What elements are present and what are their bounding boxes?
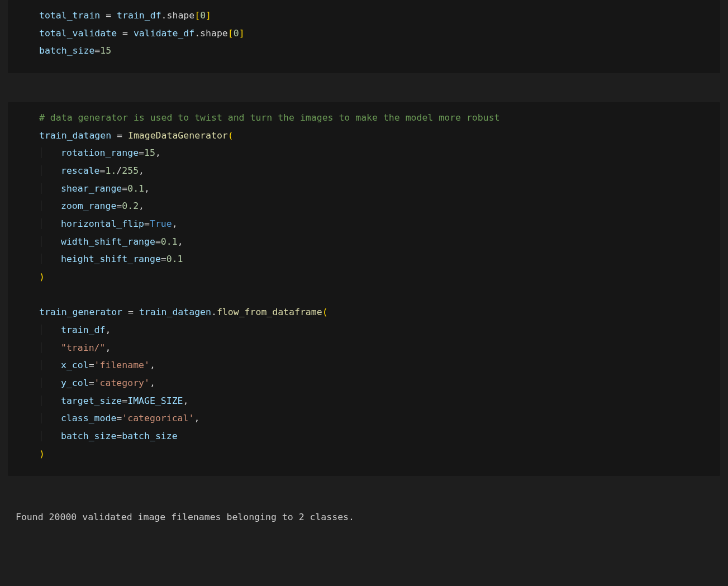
attr-shape: shape: [167, 10, 195, 21]
call-flow-from-dataframe: flow_from_dataframe: [217, 307, 322, 317]
var-validate-df: validate_df: [134, 28, 194, 39]
var-train-generator: train_generator: [39, 307, 122, 317]
comment-line: # data generator is used to twist and tu…: [39, 112, 500, 123]
var-total-validate: total_validate: [39, 28, 117, 39]
var-train-df: train_df: [117, 10, 161, 21]
var-batch-size: batch_size: [39, 45, 94, 56]
code-cell-2[interactable]: # data generator is used to twist and tu…: [8, 102, 720, 476]
code-cell-1[interactable]: total_train = train_df.shape[0] total_va…: [8, 0, 720, 73]
notebook-view: total_train = train_df.shape[0] total_va…: [0, 0, 728, 530]
var-train-datagen: train_datagen: [39, 130, 111, 141]
call-imagedatagenerator: ImageDataGenerator: [128, 130, 228, 141]
var-total-train: total_train: [39, 10, 100, 21]
cell-output: Found 20000 validated image filenames be…: [8, 505, 720, 530]
